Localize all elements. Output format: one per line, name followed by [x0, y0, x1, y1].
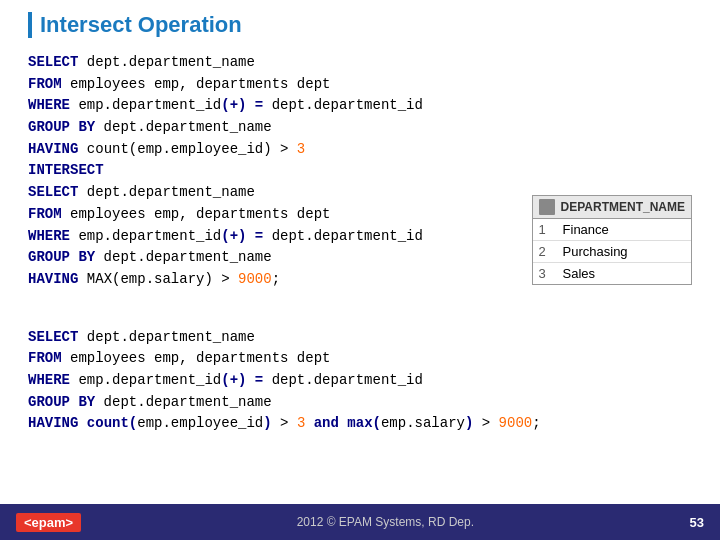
- page-title: Intersect Operation: [28, 12, 692, 38]
- code-line: WHERE emp.department_id(+) = dept.depart…: [28, 370, 692, 392]
- epam-logo: <epam>: [16, 513, 81, 532]
- table-row: 2 Purchasing: [533, 241, 691, 263]
- table-header: DEPARTMENT_NAME: [533, 196, 691, 219]
- code-line: GROUP BY dept.department_name: [28, 117, 692, 139]
- footer: <epam> 2012 © EPAM Systems, RD Dep. 53: [0, 504, 720, 540]
- table-row: 1 Finance: [533, 219, 691, 241]
- table-row: 3 Sales: [533, 263, 691, 284]
- code-line: WHERE emp.department_id(+) = dept.depart…: [28, 95, 692, 117]
- code-block-2: SELECT dept.department_name FROM employe…: [28, 327, 692, 435]
- column-header: DEPARTMENT_NAME: [561, 200, 685, 214]
- code-line: SELECT dept.department_name: [28, 52, 692, 74]
- code-line: INTERSECT: [28, 160, 692, 182]
- code-line: GROUP BY dept.department_name: [28, 392, 692, 414]
- footer-copyright: 2012 © EPAM Systems, RD Dep.: [81, 515, 689, 529]
- result-table: DEPARTMENT_NAME 1 Finance 2 Purchasing 3…: [532, 195, 692, 285]
- page-number: 53: [690, 515, 704, 530]
- code-line: SELECT dept.department_name: [28, 327, 692, 349]
- code-line: FROM employees emp, departments dept: [28, 348, 692, 370]
- code-line: HAVING count(emp.employee_id) > 3: [28, 139, 692, 161]
- code-line: FROM employees emp, departments dept: [28, 74, 692, 96]
- code-line: HAVING count(emp.employee_id) > 3 and ma…: [28, 413, 692, 435]
- table-icon: [539, 199, 555, 215]
- main-content: Intersect Operation SELECT dept.departme…: [0, 0, 720, 435]
